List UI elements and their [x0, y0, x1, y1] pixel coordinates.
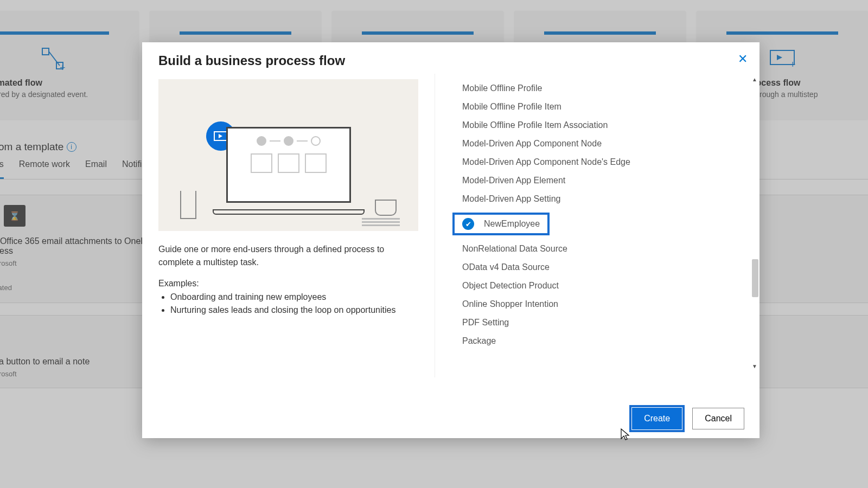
entity-option[interactable]: Model-Driven App Component Node's Edge [462, 153, 752, 171]
entity-option[interactable]: Model-Driven App Component Node [462, 134, 752, 153]
illustration [158, 79, 418, 231]
entity-option[interactable]: Package [462, 332, 752, 350]
close-icon[interactable]: ✕ [738, 52, 748, 66]
mouse-cursor-icon [620, 428, 630, 441]
example-item: Nurturing sales leads and closing the lo… [170, 304, 418, 317]
create-button-highlight: Create [629, 405, 685, 432]
cancel-button[interactable]: Cancel [692, 408, 744, 429]
entity-option[interactable]: NonRelational Data Source [462, 240, 752, 258]
entity-option[interactable]: OData v4 Data Source [462, 258, 752, 277]
scroll-down-icon[interactable]: ▼ [750, 362, 760, 370]
entity-option[interactable]: PDF Setting [462, 313, 752, 332]
dialog-description: Guide one or more end-users through a de… [158, 243, 418, 269]
scrollbar[interactable]: ▲ ▼ [750, 75, 760, 370]
build-bpf-dialog: Build a business process flow ✕ [142, 42, 760, 438]
create-button[interactable]: Create [632, 408, 682, 429]
dialog-footer: Create Cancel [142, 399, 760, 438]
scroll-thumb[interactable] [752, 259, 758, 297]
entity-option-selected[interactable]: ✔NewEmployee [462, 208, 752, 240]
entity-option[interactable]: Mobile Offline Profile Item Association [462, 116, 752, 134]
entity-option[interactable]: Object Detection Product [462, 277, 752, 295]
entity-label: NewEmployee [484, 219, 540, 229]
entity-option[interactable]: Model-Driven App Element [462, 171, 752, 190]
dialog-title: Build a business process flow [158, 53, 743, 68]
examples-section: Examples: Onboarding and training new em… [158, 279, 418, 317]
example-item: Onboarding and training new employees [170, 291, 418, 304]
check-icon: ✔ [462, 218, 474, 230]
svg-marker-8 [219, 134, 222, 138]
entity-option[interactable]: Mobile Offline Profile [462, 79, 752, 98]
dialog-left-pane: Guide one or more end-users through a de… [142, 74, 435, 377]
entity-picker: Mobile Offline ProfileMobile Offline Pro… [435, 74, 760, 377]
entity-option[interactable]: Mobile Offline Profile Item [462, 98, 752, 116]
scroll-up-icon[interactable]: ▲ [750, 75, 760, 84]
examples-label: Examples: [158, 279, 418, 288]
entity-option[interactable]: Online Shopper Intention [462, 295, 752, 313]
entity-option[interactable]: Model-Driven App Setting [462, 190, 752, 208]
